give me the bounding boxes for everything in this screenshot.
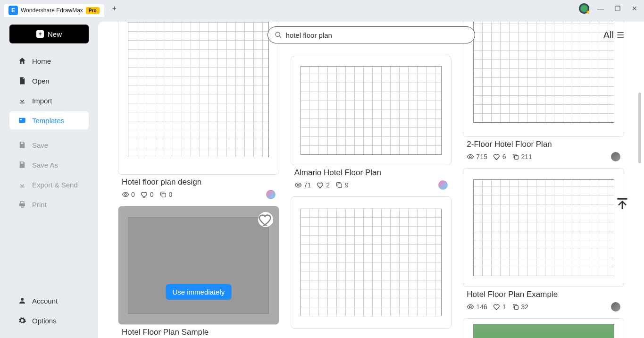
template-card-hover[interactable]: Use immediately Hotel Floor Plan Sample …: [118, 206, 279, 338]
views-stat: 71: [294, 181, 311, 189]
template-card[interactable]: Hotel Floor Plan Example 146 1 32: [463, 168, 624, 312]
author-avatar[interactable]: [438, 180, 448, 190]
sidebar-item-export: Export & Send: [9, 176, 89, 194]
sidebar-item-label: Open: [32, 77, 50, 85]
sidebar-item-label: Print: [32, 201, 47, 209]
svg-rect-0: [19, 118, 25, 123]
sidebar-item-import[interactable]: Import: [9, 92, 89, 110]
sidebar-item-label: Save As: [32, 161, 58, 169]
author-avatar[interactable]: [611, 302, 620, 312]
sidebar-item-saveas: Save As: [9, 156, 89, 174]
views-stat: 715: [467, 153, 487, 161]
copies-stat: 211: [512, 153, 532, 161]
search-input[interactable]: [286, 31, 468, 39]
use-immediately-button[interactable]: Use immediately: [166, 284, 231, 300]
sidebar-item-label: Options: [32, 317, 57, 325]
author-avatar[interactable]: [266, 190, 276, 199]
sidebar-item-label: Export & Send: [32, 181, 78, 189]
search-icon: [275, 31, 282, 39]
views-stat: 146: [467, 303, 487, 311]
sidebar-item-account[interactable]: Account: [9, 292, 89, 310]
file-icon: [18, 76, 26, 85]
app-tab[interactable]: E Wondershare EdrawMax Pro: [4, 4, 104, 17]
search-box[interactable]: [268, 26, 475, 43]
new-button[interactable]: + New: [9, 25, 89, 43]
sidebar-item-options[interactable]: Options: [9, 312, 89, 330]
likes-stat: 2: [317, 181, 330, 189]
svg-point-20: [469, 306, 471, 308]
maximize-button[interactable]: ❐: [612, 3, 623, 14]
app-logo-icon: E: [8, 6, 18, 15]
card-title: Almario Hotel Floor Plan: [291, 168, 452, 177]
card-title: Hotel floor plan design: [118, 177, 279, 187]
sidebar-item-label: Home: [32, 57, 51, 65]
sidebar-item-save: Save: [9, 136, 89, 154]
gear-icon: [18, 316, 26, 325]
save-icon: [18, 141, 26, 149]
card-title: 2-Floor Hotel Floor Plan: [463, 140, 624, 149]
sidebar-item-label: Save: [32, 141, 48, 149]
likes-stat: 6: [493, 153, 506, 161]
new-tab-button[interactable]: +: [108, 2, 121, 15]
like-button[interactable]: [258, 212, 273, 227]
user-avatar-icon[interactable]: [579, 3, 589, 14]
home-icon: [18, 57, 26, 65]
scrollbar[interactable]: [638, 93, 641, 281]
content-area: ▾ ▾ ▾ All Hotel floor plan design: [98, 22, 644, 338]
sidebar: + New Home Open Import Templates Save Sa…: [0, 17, 98, 338]
copies-stat: 0: [159, 191, 173, 198]
close-button[interactable]: ✕: [629, 3, 640, 14]
views-stat: 0: [122, 191, 135, 198]
template-card[interactable]: Almario Hotel Floor Plan 71 2 9: [291, 56, 452, 190]
filter-all-button[interactable]: All: [603, 30, 625, 41]
svg-rect-17: [338, 184, 342, 187]
likes-stat: 0: [141, 191, 154, 198]
sidebar-item-home[interactable]: Home: [9, 52, 89, 70]
svg-rect-13: [162, 193, 166, 197]
card-title: Hotel Floor Plan Example: [463, 290, 624, 299]
app-title: Wondershare EdrawMax: [21, 7, 83, 14]
copies-stat: 9: [335, 181, 349, 189]
template-card[interactable]: Hotel floor plan design 0 0 0: [118, 22, 279, 199]
svg-point-18: [469, 156, 471, 158]
svg-point-2: [21, 298, 24, 301]
scrollbar-thumb[interactable]: [638, 93, 641, 163]
import-icon: [18, 96, 26, 105]
sidebar-item-templates[interactable]: Templates: [9, 111, 89, 129]
svg-rect-21: [514, 305, 518, 309]
pro-badge: Pro: [86, 7, 100, 14]
sidebar-item-label: Templates: [32, 117, 64, 125]
sidebar-item-open[interactable]: Open: [9, 72, 89, 90]
template-gallery: Hotel floor plan design 0 0 0 Use immedi…: [98, 22, 644, 338]
saveas-icon: [18, 161, 26, 169]
templates-icon: [18, 116, 26, 125]
card-title: Hotel Floor Plan Sample: [118, 328, 279, 337]
titlebar: E Wondershare EdrawMax Pro + — ❐ ✕: [0, 0, 644, 17]
export-icon: [18, 180, 26, 189]
sidebar-item-label: Account: [32, 297, 58, 305]
svg-point-16: [297, 184, 299, 186]
user-icon: [18, 296, 26, 305]
copies-stat: 32: [512, 303, 529, 311]
menu-icon: [616, 30, 625, 40]
filter-label: All: [603, 30, 614, 41]
template-card[interactable]: [463, 318, 624, 338]
svg-point-12: [125, 194, 126, 195]
sidebar-item-print: Print: [9, 195, 89, 213]
minimize-button[interactable]: —: [595, 3, 606, 14]
scroll-top-button[interactable]: [615, 196, 630, 211]
new-button-label: New: [48, 30, 62, 38]
svg-rect-19: [514, 155, 518, 159]
svg-point-11: [276, 32, 280, 36]
svg-rect-1: [20, 119, 22, 120]
plus-icon: +: [36, 30, 44, 38]
sidebar-item-label: Import: [32, 97, 52, 105]
template-card[interactable]: [291, 196, 452, 329]
print-icon: [18, 200, 26, 209]
likes-stat: 1: [493, 303, 506, 311]
author-avatar[interactable]: [611, 152, 620, 161]
